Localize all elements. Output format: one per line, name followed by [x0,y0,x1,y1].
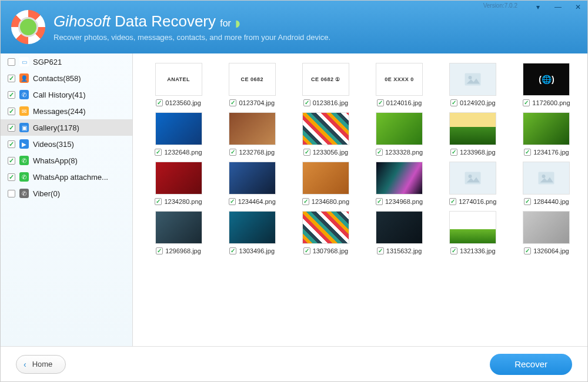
checkbox[interactable] [8,157,15,165]
thumbnail-item[interactable]: 1274016.png [439,162,507,205]
thumbnail-filename: 1307968.jpg [313,247,349,254]
thumbnail-caption: 1234968.png [376,198,423,205]
checkbox[interactable] [8,58,15,66]
checkbox[interactable] [450,99,457,106]
thumbnail-item[interactable]: 1315632.jpg [365,211,433,254]
thumbnail-item[interactable]: 1234680.png [292,162,359,205]
messages-icon: ✉ [19,106,29,116]
thumbnail-caption: 1284440.jpg [524,198,569,205]
checkbox[interactable] [524,247,531,254]
thumbnail-panel[interactable]: ANATEL0123560.jpgCE 06820123704.jpgCE 06… [133,53,587,346]
thumbnail-image [449,162,496,195]
thumbnail-filename: 1321336.jpg [460,247,496,254]
checkbox[interactable] [303,247,310,254]
thumbnail-image [449,112,496,145]
contacts-icon: 👤 [19,73,29,83]
thumbnail-image [229,112,276,145]
footer-bar: ‹ Home Recover [1,346,587,381]
thumbnail-item[interactable]: 1232648.png [145,112,212,156]
checkbox[interactable] [155,198,162,205]
thumbnail-item[interactable]: CE 06820123704.jpg [218,63,286,106]
thumbnail-caption: 1233328.png [376,149,423,156]
sidebar-item-contacts[interactable]: 👤Contacts(858) [1,70,132,86]
call-icon: ✆ [19,90,29,99]
sidebar-item-videos[interactable]: ▶Videos(315) [1,136,132,152]
thumbnail-item[interactable]: 1234464.png [218,162,286,205]
thumbnail-image [449,211,496,244]
checkbox[interactable] [8,190,15,197]
thumbnail-caption: 0123816.jpg [303,99,349,106]
thumbnail-item[interactable]: CE 0682 ①0123816.jpg [292,63,359,106]
videos-icon: ▶ [19,139,29,149]
thumbnail-item[interactable]: 1233328.png [365,112,433,156]
checkbox[interactable] [229,99,236,106]
checkbox[interactable] [377,247,384,254]
thumbnail-item[interactable]: 1321336.jpg [439,211,507,254]
checkbox[interactable] [524,149,531,156]
sidebar-item-whatsapp[interactable]: ✆WhatsApp attachme... [1,169,132,185]
thumbnail-item[interactable]: 0124920.jpg [439,63,507,106]
thumbnail-caption: 1307968.jpg [303,247,349,254]
thumbnail-item[interactable]: 0E XXXX 00124016.jpg [365,63,433,106]
sidebar-item-messages[interactable]: ✉Messages(244) [1,103,132,119]
thumbnail-item[interactable]: 1233056.jpg [292,112,359,156]
thumbnail-item[interactable]: 1233968.jpg [439,112,507,156]
checkbox[interactable] [155,149,162,156]
checkbox[interactable] [8,75,15,82]
sidebar-item-label: Videos(315) [33,140,126,149]
thumbnail-item[interactable]: 1234176.jpg [513,112,580,156]
checkbox[interactable] [156,247,163,254]
checkbox[interactable] [376,198,383,205]
sidebar-item-viber[interactable]: ✆Viber(0) [1,185,132,202]
thumbnail-item[interactable]: 1296968.jpg [145,211,212,254]
sidebar-item-whatsapp[interactable]: ✆WhatsApp(8) [1,152,132,169]
thumbnail-item[interactable]: ANATEL0123560.jpg [145,63,212,106]
checkbox[interactable] [449,198,456,205]
thumbnail-item[interactable]: 1234968.png [365,162,433,205]
checkbox[interactable] [303,149,310,156]
thumbnail-item[interactable]: 1284440.jpg [513,162,580,205]
help-button[interactable]: ▾ [528,0,548,14]
thumbnail-item[interactable]: 1307968.jpg [292,211,359,254]
checkbox[interactable] [229,198,236,205]
thumbnail-image [302,211,349,244]
thumbnail-item[interactable]: (🌐)1172600.png [513,63,580,106]
checkbox[interactable] [8,140,15,148]
sidebar-item-call[interactable]: ✆Call History(41) [1,86,132,103]
checkbox[interactable] [524,198,531,205]
checkbox[interactable] [303,99,310,106]
sidebar-item-label: SGP621 [33,58,126,66]
checkbox[interactable] [8,173,15,181]
thumbnail-caption: 0124016.jpg [377,99,422,106]
checkbox[interactable] [8,124,15,132]
home-button[interactable]: ‹ Home [16,355,66,374]
thumbnail-filename: 1274016.png [459,198,496,205]
checkbox[interactable] [8,108,15,115]
close-button[interactable]: ✕ [568,0,588,14]
thumbnail-item[interactable]: 1326064.jpg [513,211,580,254]
sidebar-item-device[interactable]: ▭SGP621 [1,53,132,70]
thumbnail-filename: 1234280.png [164,198,202,205]
thumbnail-item[interactable]: 1234280.png [145,162,212,205]
checkbox[interactable] [8,91,15,99]
checkbox[interactable] [156,99,163,106]
sidebar-item-gallery[interactable]: ▣Gallery(1178) [1,119,132,136]
checkbox[interactable] [229,149,236,156]
thumbnail-filename: 1172600.png [532,99,570,106]
checkbox[interactable] [450,247,457,254]
checkbox[interactable] [523,99,530,106]
thumbnail-caption: 1232768.jpg [229,149,275,156]
checkbox[interactable] [450,149,457,156]
recover-button[interactable]: Recover [490,354,572,375]
checkbox[interactable] [377,99,384,106]
thumbnail-item[interactable]: 1232768.jpg [218,112,286,156]
minimize-button[interactable]: — [548,0,568,14]
sidebar-item-label: WhatsApp(8) [33,156,126,165]
checkbox[interactable] [302,198,309,205]
version-label: Version:7.0.2 [483,2,517,9]
thumbnail-filename: 1315632.jpg [386,247,422,254]
checkbox[interactable] [376,149,383,156]
thumbnail-item[interactable]: 1303496.jpg [218,211,286,254]
thumbnail-caption: 1303496.jpg [229,247,275,254]
checkbox[interactable] [229,247,236,254]
